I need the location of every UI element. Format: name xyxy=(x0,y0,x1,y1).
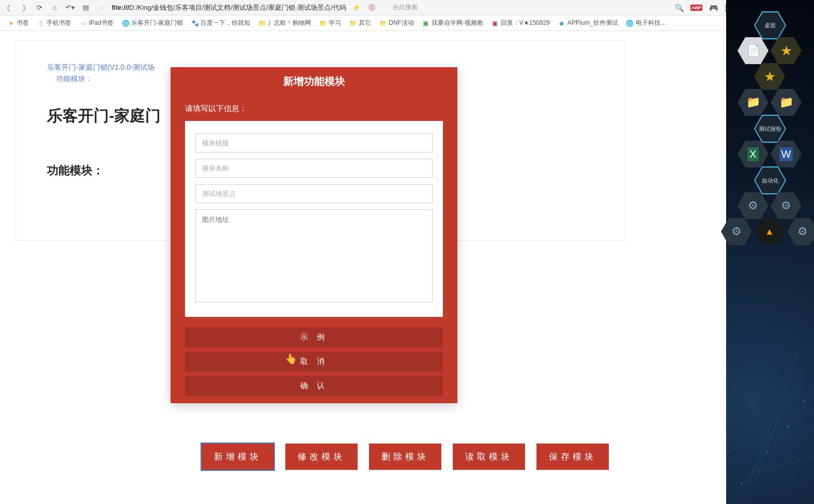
flash-icon[interactable]: ⚡ xyxy=(351,3,362,13)
gear-icon: ⚙ xyxy=(731,225,742,238)
module-link-input[interactable] xyxy=(195,133,433,152)
bookmark-item[interactable]: ◆APPium_软件测试 xyxy=(555,18,621,28)
address-bar[interactable]: file:///D:/King/金钱包/乐客项目/测试文档/测试场景点/家庭门锁… xyxy=(112,3,346,12)
add-module-modal: 新增功能模块 请填写以下信息： 示 例 取 消 确 认 xyxy=(171,67,457,403)
add-module-button[interactable]: 新增模块 xyxy=(202,444,274,470)
bookmark-item[interactable]: ▣回复：V★150829 xyxy=(488,18,553,28)
app-icon: ▣ xyxy=(492,20,499,27)
cancel-button[interactable]: 取 消 xyxy=(185,352,443,372)
folder-icon: 📁 xyxy=(746,96,760,109)
bookmark-item[interactable]: 📁学习 xyxy=(316,18,344,28)
modal-subtitle: 请填写以下信息： xyxy=(171,104,457,121)
bookmark-item[interactable]: ★书签 xyxy=(4,18,32,28)
bookmark-item[interactable]: ▣我要自学网-视频教 xyxy=(419,18,486,28)
back-button[interactable]: ❮ xyxy=(3,3,13,13)
bottom-button-row: 新增模块 修改模块 删除模块 读取模块 保存模块 xyxy=(202,444,609,470)
excel-icon: X xyxy=(747,147,758,161)
svg-line-5 xyxy=(747,390,788,504)
read-module-button[interactable]: 读取模块 xyxy=(453,444,525,470)
reload-button[interactable]: ⟳ xyxy=(34,3,44,13)
cloud-icon: ◆ xyxy=(558,20,565,27)
svg-line-4 xyxy=(729,457,811,478)
confirm-button[interactable]: 确 认 xyxy=(185,376,443,396)
dock-hex-desktop[interactable]: 桌面 xyxy=(754,11,786,39)
browser-toolbar: ❮ ❯ ⟳ ⌂ ↶▾ ▤ ☆ file:///D:/King/金钱包/乐客项目/… xyxy=(0,0,814,16)
abp-icon[interactable]: ABP xyxy=(690,5,702,11)
module-name-input[interactable] xyxy=(195,159,433,178)
bookmark-item[interactable]: ▯手机书签 xyxy=(34,18,74,28)
file-icon: 📄 xyxy=(746,44,760,57)
svg-point-8 xyxy=(766,451,769,453)
globe-icon: 🌐 xyxy=(122,20,129,27)
dock-hex-star[interactable]: ★ xyxy=(771,37,802,64)
bookmark-item[interactable]: 🌐乐客开门-家庭门锁 xyxy=(119,18,186,28)
svg-line-0 xyxy=(731,401,809,499)
gear-icon: ⚙ xyxy=(797,225,808,238)
sogou-icon[interactable]: Ⓢ xyxy=(367,3,377,13)
search-icon[interactable]: 🔍 xyxy=(675,3,684,12)
module-scene-input[interactable] xyxy=(195,184,433,203)
modal-buttons: 示 例 取 消 确 认 xyxy=(171,317,457,403)
gear-icon: ⚙ xyxy=(781,199,791,212)
folder-icon: 📁 xyxy=(349,20,357,27)
url-path: D:/King/金钱包/乐客项目/测试文档/测试场景点/家庭门锁-测试场景点/代… xyxy=(129,4,346,11)
gamepad-icon[interactable]: 🎮 xyxy=(709,3,718,12)
dock-hex-gear4[interactable]: ⚙ xyxy=(787,218,814,245)
module-image-textarea[interactable] xyxy=(195,209,433,302)
device-icon: ▭ xyxy=(80,20,87,27)
svg-point-6 xyxy=(741,482,743,484)
dock-hex-excel[interactable]: X xyxy=(738,141,769,167)
search-placeholder[interactable]: 在此搜索 xyxy=(393,3,418,12)
undo-button[interactable]: ↶▾ xyxy=(65,3,75,13)
bookmark-item[interactable]: 📁其它 xyxy=(346,18,374,28)
device-icon: ▯ xyxy=(37,20,44,27)
bookmark-bar: ★书签 ▯手机书签 ▭iPad书签 🌐乐客开门-家庭门锁 🐾百度一下，你就知 📁… xyxy=(0,16,814,31)
reader-button[interactable]: ▤ xyxy=(81,3,91,13)
delete-module-button[interactable]: 删除模块 xyxy=(369,444,441,470)
folder-icon: 📁 xyxy=(379,20,387,27)
folder-icon: 📁 xyxy=(258,20,266,27)
app-icon: ▲ xyxy=(765,226,774,237)
star-icon: ★ xyxy=(764,69,776,85)
bookmark-item[interactable]: 🌐电子科技… xyxy=(623,18,670,28)
svg-line-1 xyxy=(736,375,804,501)
edit-module-button[interactable]: 修改模块 xyxy=(285,444,358,470)
home-button[interactable]: ⌂ xyxy=(50,3,60,13)
forward-button[interactable]: ❯ xyxy=(19,3,29,13)
bookmark-item[interactable]: 📁丿志欧丶购物网 xyxy=(255,18,314,28)
globe-icon: 🌐 xyxy=(626,20,634,27)
dock-hex-star2[interactable]: ★ xyxy=(754,63,785,90)
app-icon: ▣ xyxy=(422,20,429,27)
star-icon[interactable]: ☆ xyxy=(96,3,106,13)
bookmark-item[interactable]: ▭iPad书签 xyxy=(76,18,117,28)
svg-point-7 xyxy=(787,425,789,427)
save-module-button[interactable]: 保存模块 xyxy=(536,444,609,470)
example-button[interactable]: 示 例 xyxy=(185,327,443,347)
star-icon: ★ xyxy=(7,20,14,27)
dock-hex-gear[interactable]: ⚙ xyxy=(738,192,769,219)
gear-icon: ⚙ xyxy=(748,199,758,212)
word-icon: W xyxy=(779,147,793,161)
dock-hex-app[interactable]: ▲ xyxy=(754,218,785,245)
modal-title: 新增功能模块 xyxy=(171,67,457,104)
baidu-icon: 🐾 xyxy=(191,20,198,27)
dock-hex-file[interactable]: 📄 xyxy=(738,37,769,64)
bookmark-item[interactable]: 🐾百度一下，你就知 xyxy=(188,18,253,28)
side-dock: 桌面 📄 ★ ★ 📁 📁 测试报告 X W 自动化 ⚙ ⚙ ⚙ ▲ ⚙ xyxy=(726,0,814,504)
star-icon: ★ xyxy=(780,43,792,59)
dock-hex-gear2[interactable]: ⚙ xyxy=(771,192,802,219)
svg-line-3 xyxy=(742,349,798,504)
folder-icon: 📁 xyxy=(319,20,327,27)
modal-form xyxy=(185,121,443,317)
dock-hex-auto[interactable]: 自动化 xyxy=(754,166,786,194)
dock-hex-folder[interactable]: 📁 xyxy=(738,89,769,116)
svg-line-2 xyxy=(726,426,814,452)
svg-point-9 xyxy=(803,400,805,402)
dock-decoration xyxy=(726,297,814,504)
bookmark-item[interactable]: 📁DNF活动 xyxy=(376,18,417,28)
folder-icon: 📁 xyxy=(779,96,793,109)
dock-hex-folder2[interactable]: 📁 xyxy=(771,89,802,116)
dock-hex-word[interactable]: W xyxy=(771,141,802,167)
dock-hex-report[interactable]: 测试报告 xyxy=(754,115,786,143)
url-protocol: file:/// xyxy=(112,4,129,11)
